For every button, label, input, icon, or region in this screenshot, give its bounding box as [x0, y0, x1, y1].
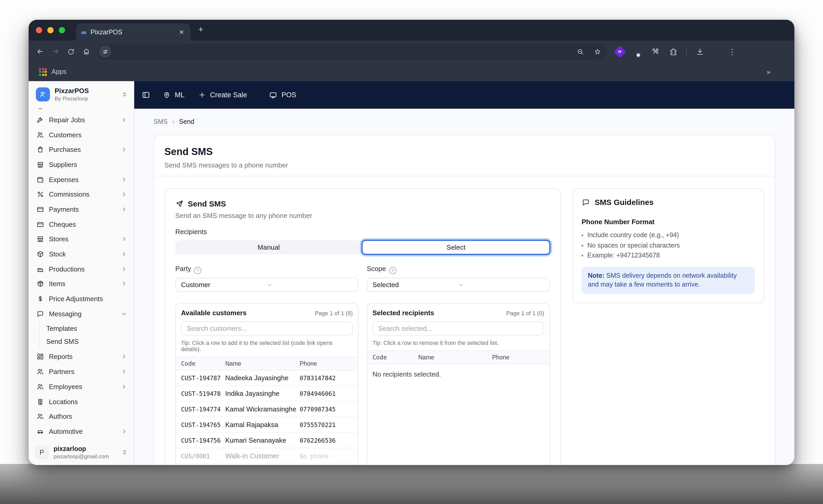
customer-row[interactable]: CUS/0001 Walk-In Customer No phone: [176, 448, 358, 464]
apps-grid-icon[interactable]: [39, 68, 47, 76]
sidebar-item-reports[interactable]: Reports: [29, 349, 134, 364]
customer-row[interactable]: CUST-194765 Kamal Rajapaksa 0755570221: [176, 417, 358, 433]
sidebar-item-cheques[interactable]: Cheques: [29, 217, 134, 232]
extension-w-icon[interactable]: w: [616, 47, 624, 56]
available-page-info: Page 1 of 1 (6): [315, 310, 353, 316]
create-sale-button[interactable]: Create Sale: [198, 91, 248, 99]
scope-label: Scope: [367, 265, 386, 273]
browser-tab[interactable]: ∞ PixzarPOS ✕: [76, 23, 190, 40]
sidebar-item-items[interactable]: Items: [29, 277, 134, 291]
browser-menu-icon[interactable]: ⋮: [728, 47, 736, 55]
browser-window: ∞ PixzarPOS ✕ +: [29, 20, 794, 465]
bookmarks-overflow-icon[interactable]: »: [767, 68, 771, 76]
chat-icon: [582, 198, 590, 206]
customer-code-link[interactable]: CUST-194787: [181, 374, 225, 381]
table-header: Code Name Phone: [367, 351, 549, 364]
bookmark-star-icon[interactable]: [594, 47, 601, 55]
guideline-item: Include country code (e.g., +94): [582, 230, 755, 240]
home-button[interactable]: [82, 47, 91, 56]
sidebar-item-price-adjustments[interactable]: Price Adjustments: [29, 292, 134, 306]
account-switcher[interactable]: P pixzarloop pixzarloop@gmail.com: [29, 445, 134, 459]
location-selector[interactable]: ML: [163, 91, 185, 99]
sidebar-item-templates[interactable]: Templates: [46, 322, 134, 335]
page-content: SMS › Send Send SMS Send SMS messages to…: [134, 109, 794, 465]
sidebar-item-customers[interactable]: Customers: [29, 127, 134, 142]
sidebar-item-commissions[interactable]: Commissions: [29, 187, 134, 202]
customer-code-link[interactable]: CUST-194774: [181, 405, 225, 413]
card-header: Send SMS Send SMS messages to a phone nu…: [154, 135, 775, 176]
tune-icon[interactable]: [99, 45, 111, 58]
help-icon[interactable]: ?: [389, 267, 396, 274]
search-customers-input[interactable]: [182, 325, 352, 332]
sidebar-item-repair-jobs[interactable]: Repair Jobs: [29, 112, 134, 127]
downloads-icon[interactable]: [695, 47, 704, 56]
chevron-right-icon: [121, 354, 127, 360]
chevron-right-icon: [121, 281, 127, 287]
sidebar-item-messaging[interactable]: Messaging: [29, 306, 134, 321]
party-select[interactable]: Customer: [175, 278, 358, 292]
customer-code-link[interactable]: CUST-519478: [181, 390, 225, 397]
workspace-switcher[interactable]: PixzarPOS By Pixzarloop: [29, 81, 134, 106]
search-selected-input[interactable]: [373, 325, 544, 332]
new-tab-button[interactable]: +: [198, 25, 203, 34]
extensions-puzzle-icon[interactable]: [669, 47, 678, 56]
sidebar-item-send-sms[interactable]: Send SMS: [46, 335, 134, 348]
sidebar-toggle-button[interactable]: [142, 91, 150, 99]
bookmarks-bar: Apps »: [29, 62, 794, 81]
sidebar-item-stores[interactable]: Stores: [29, 232, 134, 246]
sidebar-item-productions[interactable]: Productions: [29, 262, 134, 277]
tab-close-icon[interactable]: ✕: [178, 28, 185, 36]
chevron-down-icon: [267, 282, 353, 287]
scope-select[interactable]: Selected: [367, 278, 550, 292]
sidebar-item-employees[interactable]: Employees: [29, 379, 134, 394]
credit-card-icon: [36, 205, 44, 213]
window-close-button[interactable]: [36, 27, 42, 33]
sidebar-item-stock[interactable]: Stock: [29, 246, 134, 262]
app-name: PixzarPOS: [55, 88, 89, 95]
customer-row[interactable]: CUST-519478 Indika Jayasinghe 0784946061: [176, 386, 358, 401]
store-icon: [36, 161, 44, 169]
chevron-right-icon: [121, 369, 127, 374]
users-icon: [36, 383, 44, 391]
box-icon: [36, 250, 44, 258]
avatar: P: [35, 445, 49, 459]
sidebar-item-purchases[interactable]: Purchases: [29, 142, 134, 157]
reload-button[interactable]: [67, 47, 75, 55]
window-minimize-button[interactable]: [47, 27, 53, 33]
zoom-out-icon[interactable]: [577, 47, 584, 55]
bullet-icon: [582, 235, 583, 236]
back-button[interactable]: [36, 47, 44, 56]
package-icon: [36, 280, 44, 288]
customer-row[interactable]: CUST-194787 Nadeeka Jayasinghe 078314784…: [176, 370, 358, 386]
sidebar-item-partners[interactable]: Partners: [29, 364, 134, 379]
customer-row[interactable]: CUST-194756 Kumari Senanayake 0762266536: [176, 433, 358, 448]
selected-title: Selected recipients: [372, 309, 434, 317]
chevron-right-icon: [121, 192, 127, 197]
customer-code-link[interactable]: CUST-194765: [181, 421, 225, 428]
customer-code-link[interactable]: CUS/0001: [181, 452, 225, 460]
address-bar[interactable]: [97, 44, 607, 59]
sidebar-item-locations[interactable]: Locations: [29, 394, 134, 409]
window-zoom-button[interactable]: [59, 27, 65, 33]
breadcrumb-sms[interactable]: SMS: [153, 118, 168, 125]
mode-select-button[interactable]: Select: [361, 240, 550, 255]
help-icon[interactable]: ?: [194, 267, 202, 274]
customer-code-link[interactable]: CUST-194756: [181, 437, 225, 444]
password-keys-icon[interactable]: [651, 47, 660, 56]
app-top-bar: ML Create Sale POS: [134, 81, 794, 109]
chevron-right-icon: [121, 429, 127, 434]
chevron-right-icon: [121, 147, 127, 152]
chevron-right-icon: [121, 117, 127, 123]
sidebar-item-suppliers[interactable]: Suppliers: [29, 157, 134, 172]
sidebar-item-expenses[interactable]: Expenses: [29, 172, 134, 187]
customer-row[interactable]: CUST-194774 Kamal Wickramasinghe 0770987…: [176, 401, 358, 417]
sidebar-item-authors[interactable]: Authors: [29, 409, 134, 424]
sidebar-item-automotive[interactable]: Automotive: [29, 424, 134, 439]
apps-bookmark[interactable]: Apps: [51, 68, 66, 75]
forward-button[interactable]: [51, 47, 60, 56]
pos-button[interactable]: POS: [269, 91, 296, 99]
sidebar-item-payments[interactable]: Payments: [29, 202, 134, 217]
send-sms-card: Send SMS Send SMS messages to a phone nu…: [153, 135, 775, 465]
mode-manual-button[interactable]: Manual: [175, 240, 362, 255]
bullet-icon: [582, 255, 583, 257]
